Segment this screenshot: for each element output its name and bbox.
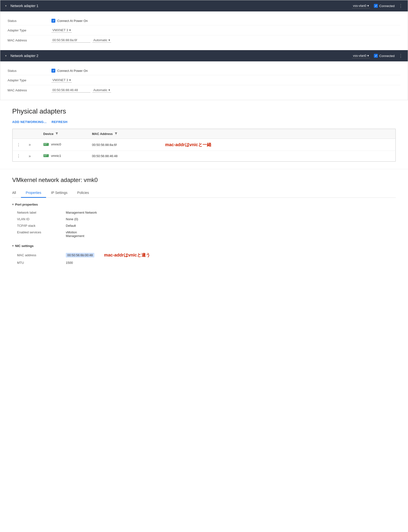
adapter-2-type-dropdown[interactable]: VMXNET 3 ▾: [51, 78, 72, 83]
vmnic1-icon: vmnic1: [43, 154, 61, 158]
row-2-mac: 00:50:56:88:46:48: [88, 151, 161, 162]
row-2-expand[interactable]: »: [25, 151, 39, 162]
vmkernel-section: VMkernel network adapter: vmk0 All Prope…: [0, 169, 408, 278]
adapter-1-mac-mode-dropdown[interactable]: Automatic ▾: [92, 38, 111, 43]
chevron-down-icon: ▾: [69, 28, 71, 32]
chevron-down-icon: ▾: [108, 88, 110, 92]
adapter-1-mac-row: MAC Address Automatic ▾: [8, 35, 400, 45]
svg-rect-7: [44, 155, 45, 155]
enabled-services-row: Enabled services vMotion Management: [12, 229, 396, 239]
connected-checkbox-1[interactable]: [374, 4, 378, 8]
svg-rect-10: [44, 156, 45, 156]
svg-rect-1: [44, 143, 45, 144]
row-1-device: vmnic0: [39, 139, 88, 151]
svg-rect-2: [45, 143, 46, 144]
chevron-down-icon-port: ▾: [12, 203, 14, 206]
adapter-2-mac-row: MAC Address Automatic ▾: [8, 85, 400, 95]
row-1-annotation: mac-addrはvnicと一緒: [161, 139, 396, 151]
col-annotation-header: [161, 129, 396, 139]
chevron-down-icon-1: ▾: [5, 4, 7, 8]
physical-adapters-title: Physical adapters: [12, 107, 396, 115]
nic-settings-section: ▾ NIC settings MAC address 00:50:56:6b:0…: [12, 244, 396, 266]
adapter-1-mac-input[interactable]: [51, 38, 90, 43]
row-1-expand[interactable]: »: [25, 139, 39, 151]
svg-rect-9: [46, 155, 47, 155]
tab-properties[interactable]: Properties: [21, 188, 46, 198]
col-actions-header: [13, 129, 25, 139]
nic-mac-address-value: 00:50:56:6b:00:48: [66, 253, 94, 257]
port-properties-section: ▾ Port properties Network label Manageme…: [12, 203, 396, 239]
adapter-2-mac-mode-dropdown[interactable]: Automatic ▾: [92, 88, 111, 93]
power-on-checkbox-1[interactable]: [51, 19, 55, 23]
chevron-down-icon-2: ▾: [5, 54, 7, 57]
adapter-1-body: Status Connect At Power On Adapter Type …: [0, 11, 408, 50]
tab-all[interactable]: All: [12, 188, 21, 198]
svg-rect-5: [45, 144, 46, 145]
chevron-down-icon: ▾: [108, 38, 110, 42]
vmnic0-icon: vmnic0: [43, 142, 61, 146]
adapter-2-header: ▾ Network adapter 2 vss-vlan0 ▾ Connecte…: [0, 50, 408, 61]
nic-mac-address-row: MAC address 00:50:56:6b:00:48 mac-addrはv…: [12, 251, 396, 259]
col-expand-header: [25, 129, 39, 139]
device-filter-icon[interactable]: [55, 132, 58, 135]
chevron-down-icon: ▾: [367, 54, 369, 57]
physical-adapters-actions: ADD NETWORKING... REFRESH: [12, 120, 396, 124]
adapter-2-type-value: VMXNET 3 ▾: [51, 78, 72, 83]
vmkernel-tabs: All Properties IP Settings Policies: [12, 188, 396, 198]
table-row: ⋮ » vmnic1: [13, 151, 396, 162]
adapter-1-title: Network adapter 1: [10, 4, 348, 8]
adapter-2-mac-input[interactable]: [51, 88, 90, 93]
chevron-down-icon: ▾: [367, 4, 369, 8]
row-2-dots[interactable]: ⋮: [13, 151, 25, 162]
nic-mac-annotation: mac-addrはvnicと違う: [104, 252, 150, 258]
adapter-1-status-value: Connect At Power On: [51, 19, 88, 23]
adapter-2-body: Status Connect At Power On Adapter Type …: [0, 61, 408, 100]
table-header-row: Device MAC Address: [13, 129, 396, 139]
adapter-1-connected: Connected: [374, 4, 395, 8]
adapter-1-status-row: Status Connect At Power On: [8, 16, 400, 25]
row-1-dots[interactable]: ⋮: [13, 139, 25, 151]
adapter-2-title: Network adapter 2: [10, 54, 348, 58]
add-networking-button[interactable]: ADD NETWORKING...: [12, 120, 47, 124]
network-adapters-section: ▾ Network adapter 1 vss-vlan0 ▾ Connecte…: [0, 0, 408, 100]
adapter-1-type-dropdown[interactable]: VMXNET 3 ▾: [51, 28, 72, 33]
refresh-button[interactable]: REFRESH: [51, 120, 68, 124]
port-properties-header[interactable]: ▾ Port properties: [12, 203, 396, 206]
adapter-1-header: ▾ Network adapter 1 vss-vlan0 ▾ Connecte…: [0, 0, 408, 11]
adapter-2-connected: Connected: [374, 54, 395, 58]
table-row: ⋮ » vmnic0: [13, 139, 396, 151]
vmkernel-title: VMkernel network adapter: vmk0: [12, 177, 396, 183]
adapter-2-status-row: Status Connect At Power On: [8, 66, 400, 75]
tab-ip-settings[interactable]: IP Settings: [46, 188, 72, 198]
chevron-down-icon: ▾: [69, 78, 71, 82]
svg-rect-8: [45, 155, 46, 155]
svg-rect-4: [44, 144, 45, 145]
physical-adapters-section: Physical adapters ADD NETWORKING... REFR…: [0, 100, 408, 169]
row-2-annotation: [161, 151, 396, 162]
svg-rect-3: [46, 143, 47, 144]
connected-checkbox-2[interactable]: [374, 54, 378, 58]
col-mac-header: MAC Address: [88, 129, 161, 139]
network-adapter-card-2: ▾ Network adapter 2 vss-vlan0 ▾ Connecte…: [0, 50, 408, 100]
tcpip-stack-row: TCP/IP stack Default: [12, 222, 396, 229]
adapter-2-menu[interactable]: ⋮: [398, 53, 403, 58]
nic-settings-header[interactable]: ▾ NIC settings: [12, 244, 396, 248]
row-1-mac: 00:50:56:88:8a:6f: [88, 139, 161, 151]
adapter-2-type-row: Adapter Type VMXNET 3 ▾: [8, 75, 400, 85]
adapter-2-vlan-dropdown[interactable]: vss-vlan0 ▾: [352, 53, 370, 58]
network-adapter-card-1: ▾ Network adapter 1 vss-vlan0 ▾ Connecte…: [0, 0, 408, 50]
adapter-1-type-row: Adapter Type VMXNET 3 ▾: [8, 25, 400, 35]
physical-adapters-table: Device MAC Address ⋮: [12, 129, 396, 162]
adapter-2-status-value: Connect At Power On: [51, 69, 88, 73]
adapter-1-menu[interactable]: ⋮: [398, 3, 403, 9]
svg-rect-11: [45, 156, 46, 156]
tab-policies[interactable]: Policies: [72, 188, 94, 198]
chevron-down-icon-nic: ▾: [12, 244, 14, 247]
vlan-id-row: VLAN ID None (0): [12, 216, 396, 222]
row-2-device: vmnic1: [39, 151, 88, 162]
network-label-row: Network label Management Network: [12, 209, 396, 216]
nic-mtu-row: MTU 1500: [12, 259, 396, 266]
adapter-1-vlan-dropdown[interactable]: vss-vlan0 ▾: [352, 3, 370, 8]
mac-filter-icon[interactable]: [115, 132, 117, 135]
power-on-checkbox-2[interactable]: [51, 69, 55, 73]
